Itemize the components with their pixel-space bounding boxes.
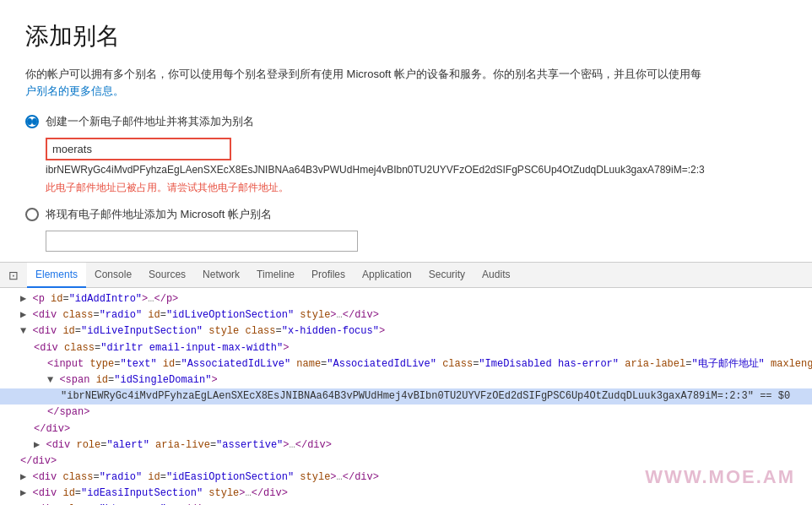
code-line: </div>: [0, 453, 812, 470]
radio-option1[interactable]: [25, 115, 39, 128]
tab-console[interactable]: Console: [86, 263, 140, 288]
option1-input-group: [25, 138, 787, 164]
tab-timeline[interactable]: Timeline: [248, 263, 303, 288]
code-line: ▼ <div id="idLiveInputSection" style cla…: [0, 323, 812, 339]
radio-option2[interactable]: [25, 208, 39, 221]
devtools-panel: ⊡ Elements Console Sources Network Timel…: [0, 262, 812, 505]
code-line: ▶ <div class="radio" id="idLiveOptionSec…: [0, 307, 812, 323]
code-line: </div>: [0, 421, 812, 437]
description-link[interactable]: 户别名的更多信息。: [25, 84, 124, 97]
option2-row: 将现有电子邮件地址添加为 Microsoft 帐户别名: [25, 207, 787, 222]
tab-audits[interactable]: Audits: [474, 263, 518, 288]
code-line: ▶ <div id="idEasiInputSection" style>…</…: [0, 486, 812, 502]
tab-security[interactable]: Security: [420, 263, 474, 288]
tab-application[interactable]: Application: [354, 263, 420, 288]
option2-input-group: [25, 231, 787, 255]
email-new-input[interactable]: [46, 138, 231, 160]
devtools-toolbar: ⊡ Elements Console Sources Network Timel…: [0, 263, 812, 288]
code-line-highlighted: "ibrNEWRyGc4iMvdPFyhzaEgLAenSXEcX8EsJNIB…: [0, 388, 812, 405]
devtools-toggle-icon[interactable]: ⊡: [3, 265, 24, 285]
tab-elements[interactable]: Elements: [27, 263, 86, 288]
code-line: <div class="dirltr email-input-max-width…: [0, 340, 812, 356]
option1-row: 创建一个新电子邮件地址并将其添加为别名: [25, 114, 787, 129]
code-line: ▶ <div class="radio" id="idEasiOptionSec…: [0, 470, 812, 486]
code-line: ▶ <p id="idAddIntro">…</p>: [0, 291, 812, 307]
email-existing-input[interactable]: [46, 231, 358, 252]
code-line: ▶ <div class="btn-group">…</div>: [0, 502, 812, 505]
tab-profiles[interactable]: Profiles: [303, 263, 354, 288]
code-line: <input type="text" id="AssociatedIdLive"…: [0, 356, 812, 372]
code-line: </span>: [0, 405, 812, 421]
option1-label: 创建一个新电子邮件地址并将其添加为别名: [46, 114, 254, 129]
error-text: 此电子邮件地址已被占用。请尝试其他电子邮件地址。: [46, 181, 787, 195]
code-line: ▼ <span id="idSingleDomain">: [0, 372, 812, 388]
content-area: 添加别名 你的帐户可以拥有多个别名，你可以使用每个别名登录到所有使用 Micro…: [0, 0, 812, 262]
tab-network[interactable]: Network: [194, 263, 248, 288]
code-area[interactable]: ▶ <p id="idAddIntro">…</p> ▶ <div class=…: [0, 288, 812, 505]
option2-label: 将现有电子邮件地址添加为 Microsoft 帐户别名: [46, 207, 272, 222]
description: 你的帐户可以拥有多个别名，你可以使用每个别名登录到所有使用 Microsoft …: [25, 66, 787, 99]
domain-text: ibrNEWRyGc4iMvdPFyhzaEgLAenSXEcX8EsJNIBN…: [46, 164, 787, 176]
code-line: ▶ <div role="alert" aria-live="assertive…: [0, 437, 812, 453]
page-title: 添加别名: [25, 20, 787, 52]
tab-sources[interactable]: Sources: [140, 263, 194, 288]
